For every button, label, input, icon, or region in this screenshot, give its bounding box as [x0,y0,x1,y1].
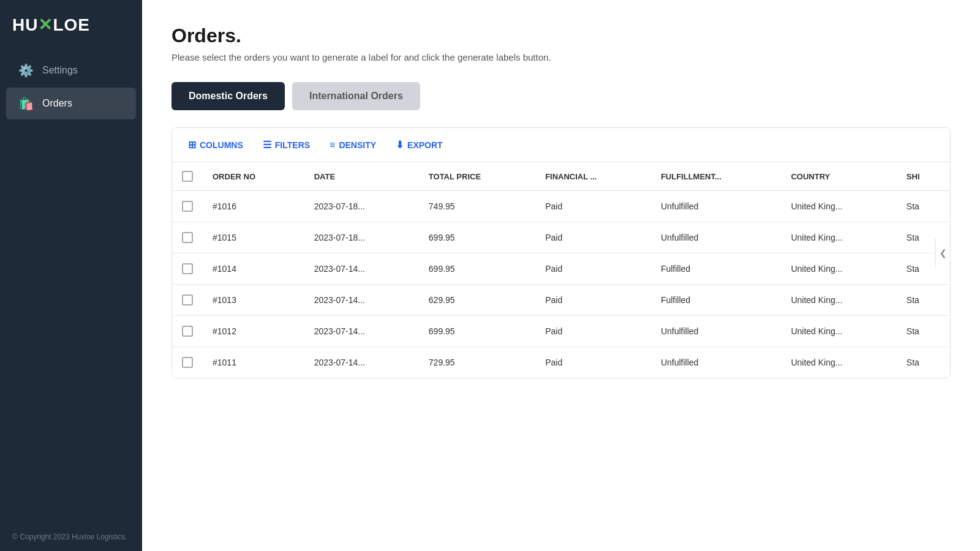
cell-fulfillment: Fulfilled [651,285,782,316]
cell-financial: Paid [535,316,651,347]
cell-total-price: 699.95 [419,316,535,347]
col-header-financial: FINANCIAL ... [535,162,651,191]
order-tabs: Domestic Orders International Orders [172,82,951,110]
row-select-checkbox-2[interactable] [182,263,193,274]
filters-button[interactable]: ☰ FILTERS [259,137,314,153]
cell-financial: Paid [535,285,651,316]
sidebar-nav: ⚙️ Settings 🛍️ Orders [0,47,142,523]
row-select-checkbox-0[interactable] [182,201,193,212]
cell-fulfillment: Unfulfilled [651,316,782,347]
cell-financial: Paid [535,253,651,285]
logo-text: HU✕LOE [12,15,90,35]
logo: HU✕LOE [0,0,142,47]
cell-order-no: #1016 [203,191,304,222]
page-subtitle: Please select the orders you want to gen… [172,52,951,62]
table-row: #1011 2023-07-14... 729.95 Paid Unfulfil… [172,347,950,378]
cell-total-price: 699.95 [419,222,535,253]
cell-country: United King... [781,285,896,316]
row-checkbox-cell [172,222,203,253]
col-header-country: COUNTRY [781,162,896,191]
collapse-panel-button[interactable]: ❮ [935,238,950,268]
row-checkbox-cell [172,253,203,285]
settings-icon: ⚙️ [18,63,34,78]
columns-button[interactable]: ⊞ COLUMNS [184,137,247,153]
cell-total-price: 699.95 [419,253,535,285]
orders-icon: 🛍️ [18,96,34,111]
table-row: #1015 2023-07-18... 699.95 Paid Unfulfil… [172,222,950,253]
cell-date: 2023-07-14... [304,253,419,285]
tab-domestic-orders[interactable]: Domestic Orders [172,82,285,110]
col-header-total-price: TOTAL PRICE [419,162,535,191]
row-select-checkbox-3[interactable] [182,294,193,305]
cell-country: United King... [781,222,896,253]
export-label: EXPORT [407,140,443,150]
row-select-checkbox-1[interactable] [182,232,193,243]
columns-icon: ⊞ [188,139,196,151]
orders-table: ORDER NO DATE TOTAL PRICE FINANCIAL ... … [172,162,950,378]
cell-order-no: #1013 [203,285,304,316]
row-select-checkbox-5[interactable] [182,357,193,368]
cell-shi: Sta [897,191,950,222]
cell-total-price: 629.95 [419,285,535,316]
col-header-date: DATE [304,162,419,191]
export-icon: ⬇ [396,139,404,151]
sidebar: HU✕LOE ⚙️ Settings 🛍️ Orders © Copyright… [0,0,142,551]
cell-fulfillment: Unfulfilled [651,222,782,253]
cell-date: 2023-07-14... [304,285,419,316]
table-row: #1014 2023-07-14... 699.95 Paid Fulfille… [172,253,950,285]
col-header-fulfillment: FULFILLMENT... [651,162,782,191]
cell-date: 2023-07-18... [304,222,419,253]
columns-label: COLUMNS [200,140,243,150]
density-label: DENSITY [339,140,376,150]
cell-country: United King... [781,316,896,347]
cell-fulfillment: Fulfilled [651,253,782,285]
cell-order-no: #1011 [203,347,304,378]
cell-financial: Paid [535,191,651,222]
cell-date: 2023-07-18... [304,191,419,222]
cell-country: United King... [781,347,896,378]
row-select-checkbox-4[interactable] [182,326,193,337]
cell-shi: Sta [897,316,950,347]
select-all-checkbox[interactable] [182,171,193,182]
row-checkbox-cell [172,285,203,316]
table-toolbar: ⊞ COLUMNS ☰ FILTERS ≡ DENSITY ⬇ EXPORT ❮ [172,128,950,162]
cell-financial: Paid [535,222,651,253]
table-row: #1013 2023-07-14... 629.95 Paid Fulfille… [172,285,950,316]
main-content: Orders. Please select the orders you wan… [142,0,980,551]
col-header-shi: SHI [897,162,950,191]
cell-country: United King... [781,253,896,285]
tab-international-orders[interactable]: International Orders [292,82,420,110]
table-header-row: ORDER NO DATE TOTAL PRICE FINANCIAL ... … [172,162,950,191]
cell-financial: Paid [535,347,651,378]
cell-total-price: 729.95 [419,347,535,378]
cell-order-no: #1012 [203,316,304,347]
row-checkbox-cell [172,316,203,347]
sidebar-item-orders-label: Orders [42,98,72,109]
row-checkbox-cell [172,347,203,378]
export-button[interactable]: ⬇ EXPORT [392,137,447,153]
row-checkbox-cell [172,191,203,222]
col-header-order-no: ORDER NO [203,162,304,191]
sidebar-item-settings-label: Settings [42,65,78,76]
cell-fulfillment: Unfulfilled [651,347,782,378]
cell-country: United King... [781,191,896,222]
cell-order-no: #1014 [203,253,304,285]
cell-total-price: 749.95 [419,191,535,222]
cell-shi: Sta [897,347,950,378]
logo-x: ✕ [38,15,53,34]
sidebar-item-settings[interactable]: ⚙️ Settings [6,54,136,86]
cell-shi: Sta [897,285,950,316]
cell-fulfillment: Unfulfilled [651,191,782,222]
density-button[interactable]: ≡ DENSITY [326,137,380,153]
cell-date: 2023-07-14... [304,347,419,378]
cell-date: 2023-07-14... [304,316,419,347]
table-container: ⊞ COLUMNS ☰ FILTERS ≡ DENSITY ⬇ EXPORT ❮ [172,127,951,378]
cell-order-no: #1015 [203,222,304,253]
table-row: #1016 2023-07-18... 749.95 Paid Unfulfil… [172,191,950,222]
col-header-checkbox [172,162,203,191]
page-title: Orders. [172,24,951,47]
filters-label: FILTERS [275,140,310,150]
density-icon: ≡ [330,140,335,151]
sidebar-item-orders[interactable]: 🛍️ Orders [6,88,136,119]
filters-icon: ☰ [263,139,271,151]
